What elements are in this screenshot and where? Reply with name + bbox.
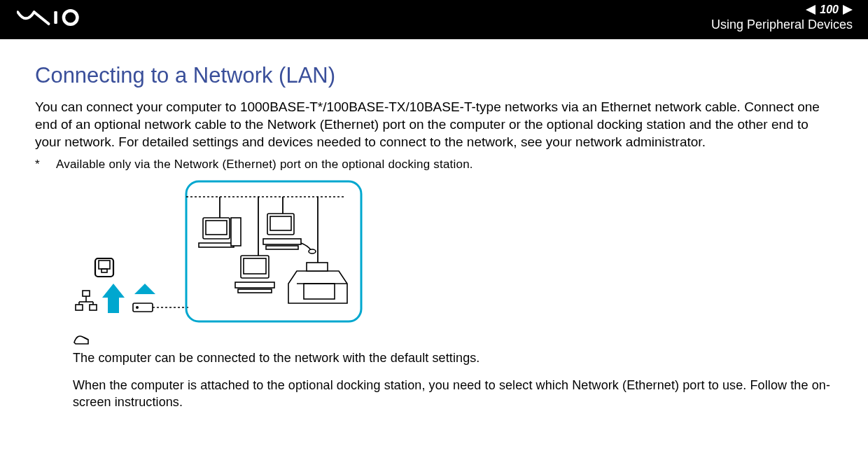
note-icon (73, 333, 91, 348)
svg-rect-6 (76, 305, 83, 310)
note-text-2: When the computer is attached to the opt… (73, 377, 833, 411)
svg-point-30 (309, 249, 316, 254)
prev-page-icon[interactable] (806, 5, 816, 15)
ethernet-port-icon (95, 258, 113, 277)
computer-icon (199, 218, 241, 247)
svg-rect-28 (263, 239, 301, 244)
svg-rect-0 (54, 11, 57, 24)
svg-rect-32 (244, 258, 266, 274)
vaio-logo (17, 8, 117, 27)
modem-icon (133, 284, 188, 312)
svg-marker-12 (102, 284, 125, 313)
svg-rect-34 (238, 289, 272, 293)
svg-rect-29 (266, 246, 298, 249)
svg-rect-37 (307, 263, 328, 271)
next-page-icon[interactable] (843, 5, 853, 15)
svg-rect-24 (199, 243, 234, 247)
header-right: 100 Using Peripheral Devices (711, 4, 853, 32)
page-content: Connecting to a Network (LAN) You can co… (0, 39, 868, 410)
footnote-text: Available only via the Network (Ethernet… (56, 158, 473, 172)
computer-icon (263, 214, 316, 254)
body-paragraph: You can connect your computer to 1000BAS… (35, 98, 833, 151)
section-title: Using Peripheral Devices (711, 18, 853, 32)
lan-diagram (73, 179, 833, 326)
page-heading: Connecting to a Network (LAN) (35, 63, 833, 88)
computer-icon (235, 256, 274, 293)
svg-point-15 (136, 306, 139, 309)
svg-rect-35 (304, 284, 335, 299)
footnote-marker: * (35, 158, 43, 172)
svg-rect-27 (270, 216, 291, 230)
arrow-up-icon (102, 284, 125, 313)
svg-rect-25 (231, 218, 241, 246)
svg-rect-4 (102, 269, 107, 272)
svg-rect-3 (99, 261, 110, 269)
svg-marker-13 (134, 284, 155, 294)
svg-rect-33 (235, 282, 274, 288)
page-number: 100 (820, 4, 839, 16)
svg-rect-7 (90, 305, 97, 310)
header-bar: 100 Using Peripheral Devices (0, 0, 868, 38)
printer-icon (288, 263, 347, 303)
svg-line-38 (84, 338, 88, 340)
svg-point-1 (64, 11, 78, 25)
svg-rect-23 (206, 221, 227, 235)
svg-rect-2 (95, 258, 113, 277)
svg-rect-5 (83, 291, 90, 296)
footnote: * Available only via the Network (Ethern… (35, 158, 833, 172)
page-nav: 100 (711, 4, 853, 16)
note-text-1: The computer can be connected to the net… (73, 349, 833, 366)
network-tree-icon (76, 291, 97, 310)
